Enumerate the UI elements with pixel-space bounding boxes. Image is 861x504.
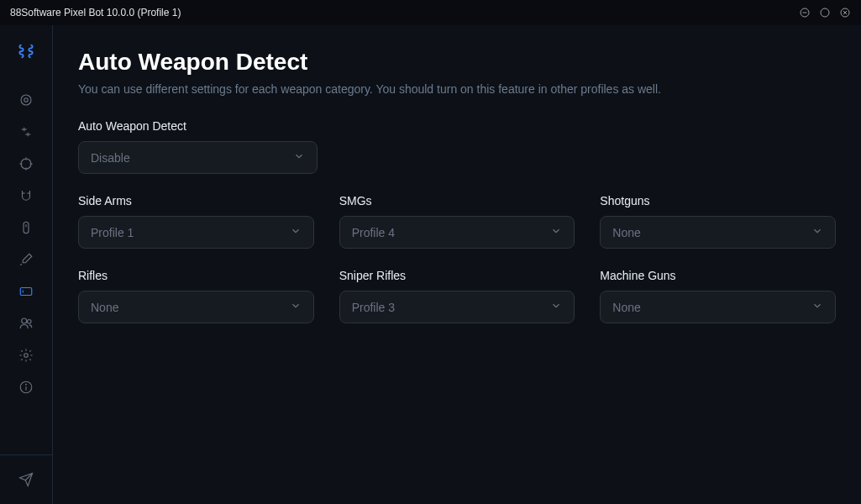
main-content: Auto Weapon Detect You can use different… (53, 25, 861, 504)
auto-weapon-detect-value: Disable (91, 151, 130, 165)
machine-guns-value: None (612, 301, 640, 314)
chevron-down-icon (550, 225, 562, 239)
side-arms-value: Profile 1 (91, 226, 134, 239)
window-controls (799, 7, 851, 18)
sidebar-item-send[interactable] (9, 464, 43, 496)
smgs-value: Profile 4 (352, 226, 395, 239)
rifles-value: None (91, 301, 118, 314)
sidebar-item-settings[interactable] (9, 339, 43, 371)
svg-point-27 (26, 384, 27, 385)
titlebar: 88Software Pixel Bot 10.0.0 (Profile 1) (0, 0, 861, 25)
svg-point-23 (28, 320, 32, 324)
minimize-button[interactable] (799, 7, 811, 18)
rifles-label: Rifles (78, 269, 314, 282)
svg-point-2 (821, 8, 829, 17)
auto-weapon-detect-label: Auto Weapon Detect (78, 119, 318, 133)
chevron-down-icon (290, 300, 302, 314)
window-title: 88Software Pixel Bot 10.0.0 (Profile 1) (10, 7, 181, 18)
sniper-rifles-value: Profile 3 (352, 301, 395, 314)
page-title: Auto Weapon Detect (78, 49, 836, 76)
sniper-rifles-label: Sniper Rifles (339, 269, 575, 282)
sidebar-item-scroll[interactable] (9, 212, 43, 244)
svg-point-22 (22, 318, 27, 323)
chevron-down-icon (293, 150, 305, 165)
side-arms-label: Side Arms (78, 194, 314, 207)
sidebar-item-magnet[interactable] (9, 180, 43, 212)
sidebar-item-crosshair[interactable] (9, 148, 43, 180)
svg-point-6 (21, 95, 31, 105)
svg-point-24 (24, 354, 29, 358)
svg-rect-19 (24, 222, 29, 234)
chevron-down-icon (550, 300, 562, 314)
smgs-select[interactable]: Profile 4 (339, 216, 575, 249)
shotguns-select[interactable]: None (600, 216, 836, 249)
svg-point-7 (24, 98, 29, 102)
machine-guns-label: Machine Guns (600, 269, 836, 282)
sidebar-item-adjust[interactable] (9, 116, 43, 148)
close-button[interactable] (839, 7, 851, 18)
page-subtitle: You can use different settings for each … (78, 82, 836, 96)
chevron-down-icon (811, 300, 823, 314)
sniper-rifles-select[interactable]: Profile 3 (339, 291, 575, 323)
shotguns-value: None (612, 226, 640, 239)
maximize-button[interactable] (819, 7, 831, 18)
sidebar-item-weapon-detect[interactable] (9, 276, 43, 307)
machine-guns-select[interactable]: None (600, 291, 836, 323)
rifles-select[interactable]: None (78, 291, 314, 323)
auto-weapon-detect-select[interactable]: Disable (78, 141, 318, 174)
shotguns-label: Shotguns (600, 194, 836, 207)
app-logo-icon (17, 42, 35, 60)
smgs-label: SMGs (339, 194, 575, 207)
svg-point-12 (21, 159, 31, 169)
chevron-down-icon (290, 225, 302, 239)
sidebar (0, 25, 53, 504)
sidebar-item-users[interactable] (9, 307, 43, 339)
svg-rect-21 (20, 288, 32, 296)
sidebar-item-colorpicker[interactable] (9, 244, 43, 276)
chevron-down-icon (811, 225, 823, 239)
side-arms-select[interactable]: Profile 1 (78, 216, 314, 249)
sidebar-item-target[interactable] (9, 84, 43, 116)
sidebar-item-info[interactable] (9, 371, 43, 403)
